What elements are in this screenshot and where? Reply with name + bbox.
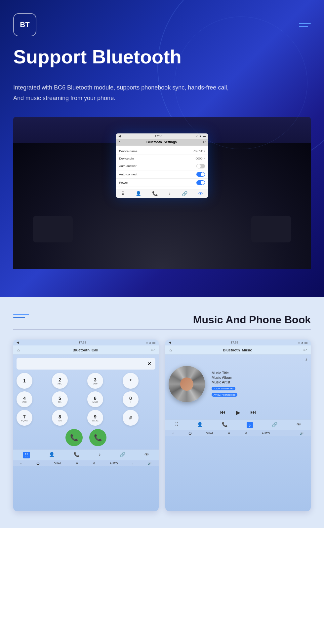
screens-row: ◀ 17:53 ⌂ ▲ ▬ ⌂ Bluetooth_Call ↩ ✕ 1 2AB… xyxy=(13,340,311,511)
music-grid-icon[interactable]: ⠿ xyxy=(175,422,178,428)
car-container: ◀ 17:53 ⌂ ▲ ▬ ⌂ Bluetooth_Settings ↩ Dev… xyxy=(13,117,311,269)
dial-input-field[interactable]: ✕ xyxy=(17,358,155,370)
call-bottom-bar: ⠿ 👤 📞 ♪ 🔗 👁 xyxy=(13,449,159,460)
music-artist-name: Music Artist xyxy=(212,380,237,384)
power-row: Power xyxy=(116,179,208,187)
status-time: 17:53 xyxy=(155,134,162,138)
call-screen-title: Bluetooth_Call xyxy=(20,348,151,352)
power-toggle[interactable] xyxy=(196,180,205,185)
call-phone-icon[interactable]: 📞 xyxy=(74,452,79,458)
music-phone-icon[interactable]: 📞 xyxy=(222,422,227,428)
music-note-icon[interactable]: ♪ xyxy=(305,357,307,362)
music-bottom-bar: ⠿ 👤 📞 ♪ 🔗 👁 xyxy=(165,419,311,430)
auto-connect-label: Auto connect xyxy=(119,172,137,176)
avrcp-badge: AVRCP connected xyxy=(212,393,237,397)
dial-hash[interactable]: # xyxy=(123,410,139,426)
call-ac-power: ⏻ xyxy=(36,462,39,465)
menu-icon[interactable] xyxy=(299,23,311,27)
bt-logo: BT xyxy=(13,13,36,36)
device-pin-row: Device pin 0000 › xyxy=(116,155,208,162)
hangup-button[interactable]: 📞 xyxy=(89,429,106,446)
car-screen-mockup: ◀ 17:53 ⌂ ▲ ▬ ⌂ Bluetooth_Settings ↩ Dev… xyxy=(116,133,208,198)
dial-7[interactable]: 7PQRS xyxy=(17,410,32,426)
call-screen: ◀ 17:53 ⌂ ▲ ▬ ⌂ Bluetooth_Call ↩ ✕ 1 2AB… xyxy=(13,340,159,511)
call-body: ✕ 1 2ABC 3DEF * 4GHI 5JKL 6MNO 0+ 7PQRS … xyxy=(13,355,159,449)
chevron-icon: › xyxy=(204,149,205,153)
divider xyxy=(13,74,311,74)
person-icon[interactable]: 👤 xyxy=(136,191,141,196)
dial-2[interactable]: 2ABC xyxy=(52,373,68,389)
music-title: Music Title xyxy=(212,371,237,375)
call-grid-icon[interactable]: ⠿ xyxy=(23,452,30,458)
music-ac-bar: ⌂ ⏻ DUAL ❄ ⊛ AUTO ↕ 🔊 xyxy=(165,430,311,436)
link-icon[interactable]: 🔗 xyxy=(182,191,187,196)
hero-description: Integrated with BC6 Bluetooth module, su… xyxy=(13,82,311,104)
dial-4[interactable]: 4GHI xyxy=(17,391,32,407)
music-ac-power: ⏻ xyxy=(188,432,191,435)
home-nav-icon[interactable]: ⌂ xyxy=(118,140,121,144)
dial-0[interactable]: 0+ xyxy=(123,391,139,407)
next-track-button[interactable]: ⏭ xyxy=(250,409,256,416)
call-music-icon[interactable]: ♪ xyxy=(99,452,101,458)
back-nav-icon[interactable]: ↩ xyxy=(203,140,206,144)
music-icon[interactable]: ♪ xyxy=(169,191,171,196)
screen-bottom-nav: ⠿ 👤 📞 ♪ 🔗 👁 xyxy=(116,189,208,198)
music-note-nav-icon[interactable]: ♪ xyxy=(247,422,253,428)
music-screen: ◀ 17:53 ⌂ ▲ ▬ ⌂ Bluetooth_Music ↩ ♪ Musi… xyxy=(165,340,311,511)
call-home-icon[interactable]: ⌂ xyxy=(17,347,20,352)
dial-clear-icon[interactable]: ✕ xyxy=(147,361,151,367)
dial-8[interactable]: 8TUV xyxy=(52,410,68,426)
music-ac-arrow: ↕ xyxy=(284,432,286,435)
music-back-arrow: ◀ xyxy=(169,341,171,344)
call-person-icon[interactable]: 👤 xyxy=(49,452,55,458)
grid-icon[interactable]: ⠿ xyxy=(121,191,125,196)
page-title: Support Bluetooth xyxy=(13,46,311,67)
auto-connect-toggle[interactable] xyxy=(196,172,205,177)
call-ac-dual: DUAL xyxy=(54,462,61,465)
chevron-icon-2: › xyxy=(204,157,205,160)
phone-icon[interactable]: 📞 xyxy=(152,191,158,196)
device-pin-value: 0000 xyxy=(196,157,203,160)
eye-icon[interactable]: 👁 xyxy=(198,191,203,196)
car-background: ◀ 17:53 ⌂ ▲ ▬ ⌂ Bluetooth_Settings ↩ Dev… xyxy=(13,117,311,269)
device-name-row: Device name CarBT › xyxy=(116,148,208,155)
dial-9[interactable]: 9WXYZ xyxy=(87,410,103,426)
call-ac-snow: ❄ xyxy=(76,462,78,465)
music-info: Music Title Music Album Music Artist A2D… xyxy=(208,371,241,397)
dial-grid: 1 2ABC 3DEF * 4GHI 5JKL 6MNO 0+ 7PQRS 8T… xyxy=(17,373,155,426)
music-controls: ⏮ ▶ ⏭ xyxy=(165,406,311,419)
prev-track-button[interactable]: ⏮ xyxy=(220,409,226,416)
music-person-icon[interactable]: 👤 xyxy=(197,422,203,428)
screen-statusbar: ◀ 17:53 ⌂ ▲ ▬ xyxy=(116,133,208,139)
dial-1[interactable]: 1 xyxy=(17,373,32,389)
music-ac-fan: ⊛ xyxy=(245,432,248,435)
music-phonebook-section: Music And Phone Book ◀ 17:53 ⌂ ▲ ▬ ⌂ Blu… xyxy=(0,297,324,528)
music-album-name: Music Album xyxy=(212,376,237,379)
device-name-value: CarBT xyxy=(193,149,202,153)
music-home-icon[interactable]: ⌂ xyxy=(169,347,172,352)
dial-5[interactable]: 5JKL xyxy=(52,391,68,407)
auto-answer-row: Auto answer xyxy=(116,162,208,170)
screen-title: Bluetooth_Settings xyxy=(121,140,203,144)
dial-6[interactable]: 6MNO xyxy=(87,391,103,407)
play-button[interactable]: ▶ xyxy=(236,409,240,416)
music-link-icon[interactable]: 🔗 xyxy=(272,422,277,428)
dial-3[interactable]: 3DEF xyxy=(87,373,103,389)
dial-star[interactable]: * xyxy=(123,373,139,389)
call-ac-vol: 🔊 xyxy=(148,462,151,465)
device-pin-label: Device pin xyxy=(119,157,134,160)
call-eye-icon[interactable]: 👁 xyxy=(144,452,149,458)
music-eye-icon[interactable]: 👁 xyxy=(297,422,301,428)
music-statusbar: ◀ 17:53 ⌂ ▲ ▬ xyxy=(165,340,311,345)
call-back-nav[interactable]: ↩ xyxy=(151,347,155,352)
status-icons: ⌂ ▲ ▬ xyxy=(196,134,206,138)
screen-navbar: ⌂ Bluetooth_Settings ↩ xyxy=(116,139,208,146)
music-back-nav[interactable]: ↩ xyxy=(303,347,307,352)
hero-section: BT Support Bluetooth Integrated with BC6… xyxy=(0,0,324,297)
auto-answer-toggle[interactable] xyxy=(196,164,205,168)
call-button[interactable]: 📞 xyxy=(65,429,83,446)
call-ac-auto: AUTO xyxy=(110,462,118,465)
vinyl-center xyxy=(180,377,193,391)
call-link-icon[interactable]: 🔗 xyxy=(120,452,125,458)
top-bar: BT xyxy=(13,13,311,36)
